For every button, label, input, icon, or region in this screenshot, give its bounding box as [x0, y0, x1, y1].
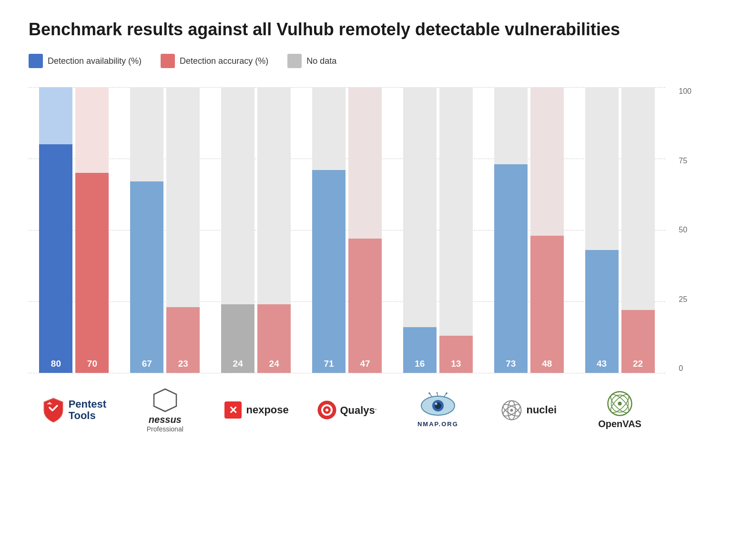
qualys-icon — [317, 400, 337, 420]
chart-legend: Detection availability (%) Detection acc… — [29, 54, 703, 68]
logo-openvas: OpenVAS — [574, 382, 665, 438]
availability-label: Detection availability (%) — [48, 56, 142, 66]
nodata-swatch — [287, 54, 302, 68]
accuracy-swatch — [161, 54, 175, 68]
bar-nessus-availability: 67 — [130, 87, 163, 373]
bar-qualys-accuracy: 47 — [348, 87, 382, 373]
svg-point-5 — [325, 409, 328, 411]
logo-nuclei: nuclei — [483, 382, 574, 438]
bar-nuclei-accuracy-value: 48 — [530, 359, 564, 369]
bar-openvas-accuracy: 22 — [621, 87, 655, 373]
bar-qualys-availability: 71 — [312, 87, 346, 373]
openvas-label: OpenVAS — [598, 419, 641, 430]
pentest-shield-icon — [42, 397, 65, 423]
tool-group-pentest: 80 70 — [29, 87, 120, 373]
logo-nessus: nessus Professional — [120, 382, 211, 438]
bar-qualys-availability-value: 71 — [312, 359, 346, 369]
svg-point-9 — [435, 403, 437, 405]
nmap-icon — [419, 392, 457, 419]
nessus-icon — [152, 387, 178, 413]
bar-pentest-availability-value: 80 — [39, 359, 72, 369]
bar-nmap-availability-value: 16 — [403, 359, 437, 369]
nuclei-icon — [501, 400, 522, 421]
bar-pentest-availability: 80 — [39, 87, 72, 373]
bar-nmap-accuracy: 13 — [439, 87, 473, 373]
nessus-sublabel: Professional — [147, 425, 183, 433]
bar-nuclei-accuracy: 48 — [530, 87, 564, 373]
svg-text:✕: ✕ — [229, 404, 237, 416]
bar-pentest-accuracy: 70 — [75, 87, 109, 373]
bar-nexpose-availability-value: 24 — [221, 359, 254, 369]
bar-nessus-accuracy: 23 — [166, 87, 200, 373]
tool-group-nessus: 67 23 — [120, 87, 211, 373]
qualys-label: Qualys. — [340, 404, 376, 417]
logo-nmap: NMAP.ORG — [392, 382, 483, 438]
nodata-label: No data — [306, 56, 336, 66]
tool-group-nmap: 16 13 — [392, 87, 483, 373]
availability-swatch — [29, 54, 43, 68]
svg-point-14 — [436, 392, 438, 393]
bar-nexpose-availability: 24 — [221, 87, 254, 373]
logo-pentest: Pentest Tools — [29, 382, 120, 438]
tool-group-nexpose: 24 24 — [211, 87, 302, 373]
bar-nuclei-availability: 73 — [494, 87, 528, 373]
bar-nexpose-accuracy-value: 24 — [257, 359, 291, 369]
bar-pentest-accuracy-value: 70 — [75, 359, 109, 369]
bar-nessus-availability-value: 67 — [130, 359, 163, 369]
page-title: Benchmark results against all Vulhub rem… — [29, 19, 703, 40]
nexpose-label: nexpose — [246, 404, 289, 416]
accuracy-label: Detection accuracy (%) — [180, 56, 268, 66]
tool-group-openvas: 43 22 — [574, 87, 665, 373]
bar-qualys-accuracy-value: 47 — [348, 359, 382, 369]
bar-nuclei-availability-value: 73 — [494, 359, 528, 369]
bar-openvas-accuracy-value: 22 — [621, 359, 655, 369]
nmap-label: NMAP.ORG — [417, 420, 458, 428]
tool-group-nuclei: 73 48 — [483, 87, 574, 373]
bar-nessus-accuracy-value: 23 — [166, 359, 200, 369]
y-label-75: 75 — [679, 157, 687, 165]
logo-qualys: Qualys. — [302, 382, 393, 438]
bar-nexpose-accuracy: 24 — [257, 87, 291, 373]
tool-group-qualys: 71 47 — [302, 87, 393, 373]
bar-nmap-accuracy-value: 13 — [439, 359, 473, 369]
bar-openvas-availability-value: 43 — [585, 359, 619, 369]
pentest-name-line1: Pentest — [69, 399, 106, 410]
legend-nodata: No data — [287, 54, 336, 68]
y-label-100: 100 — [679, 87, 691, 96]
bar-openvas-availability: 43 — [585, 87, 619, 373]
svg-point-13 — [428, 392, 430, 394]
pentest-name-line2: Tools — [69, 410, 106, 421]
y-label-50: 50 — [679, 226, 687, 234]
svg-point-15 — [446, 392, 447, 394]
legend-accuracy: Detection accuracy (%) — [161, 54, 268, 68]
y-label-0: 0 — [679, 364, 683, 373]
nessus-label: nessus — [147, 414, 183, 425]
nuclei-label: nuclei — [526, 404, 557, 416]
nexpose-icon: ✕ — [224, 400, 243, 420]
openvas-icon — [607, 390, 633, 417]
svg-marker-0 — [154, 389, 176, 411]
legend-availability: Detection availability (%) — [29, 54, 142, 68]
y-label-25: 25 — [679, 295, 687, 304]
logo-nexpose: ✕ nexpose — [211, 382, 302, 438]
svg-point-25 — [618, 402, 622, 406]
bar-nmap-availability: 16 — [403, 87, 437, 373]
svg-point-17 — [510, 409, 513, 411]
